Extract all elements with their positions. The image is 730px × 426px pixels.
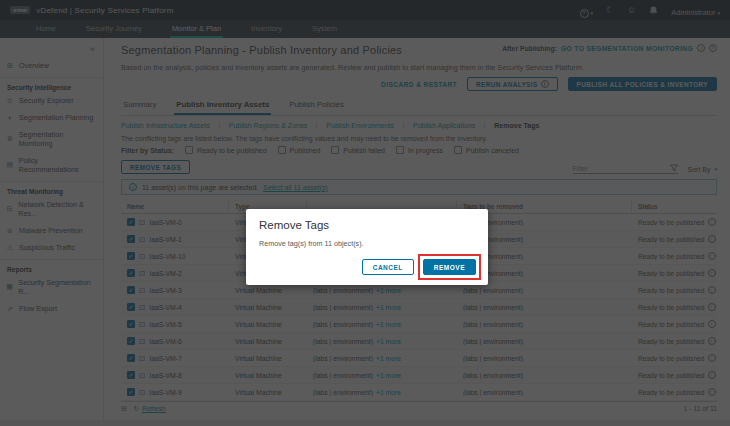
modal-title: Remove Tags — [259, 219, 475, 231]
cancel-button[interactable]: CANCEL — [362, 259, 414, 275]
modal-body-text: Remove tag(s) from 11 object(s). — [259, 239, 475, 248]
remove-button[interactable]: REMOVE — [423, 259, 476, 275]
remove-tags-modal: Remove Tags Remove tag(s) from 11 object… — [246, 209, 488, 285]
